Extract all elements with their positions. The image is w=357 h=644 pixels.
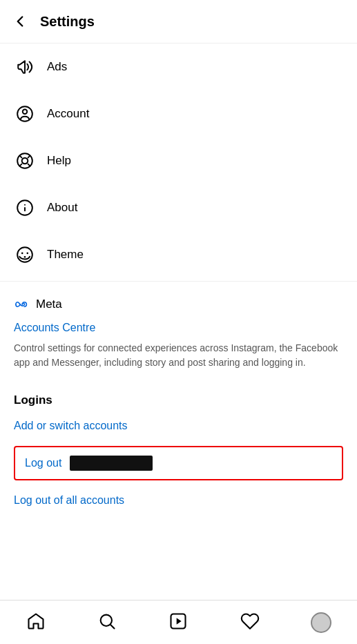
play-square-icon	[168, 612, 188, 634]
home-icon	[26, 612, 46, 634]
theme-label: Theme	[47, 248, 84, 262]
svg-marker-18	[177, 618, 182, 624]
logout-row: Log out	[14, 446, 343, 480]
page-title: Settings	[40, 14, 95, 30]
nav-profile[interactable]	[304, 605, 338, 640]
meta-logo: Meta	[14, 295, 343, 313]
meta-wordmark: Meta	[36, 297, 62, 311]
menu-item-theme[interactable]: Theme	[0, 231, 357, 278]
svg-point-3	[22, 158, 28, 164]
svg-line-6	[28, 155, 30, 157]
svg-point-11	[17, 247, 32, 262]
lifebuoy-icon	[14, 150, 36, 172]
logins-section: Logins Add or switch accounts Log out Lo…	[0, 377, 357, 527]
info-circle-icon	[14, 197, 36, 219]
help-label: Help	[47, 154, 71, 168]
svg-line-16	[110, 625, 114, 628]
back-button[interactable]	[11, 10, 35, 33]
redacted-username	[70, 456, 153, 471]
logout-all-link[interactable]: Log out of all accounts	[14, 494, 343, 507]
svg-point-1	[23, 110, 28, 115]
megaphone-icon	[14, 56, 36, 78]
svg-point-14	[24, 256, 26, 258]
meta-section: Meta Accounts Centre Control settings fo…	[0, 281, 357, 377]
ads-label: Ads	[47, 60, 67, 74]
svg-point-12	[21, 253, 23, 255]
logout-label[interactable]: Log out	[25, 457, 61, 469]
nav-reels[interactable]	[161, 605, 195, 640]
menu-item-about[interactable]: About	[0, 184, 357, 231]
palette-icon	[14, 244, 36, 266]
bottom-nav	[0, 600, 357, 644]
account-label: Account	[47, 107, 89, 121]
accounts-centre-link[interactable]: Accounts Centre	[14, 322, 343, 334]
heart-icon	[240, 612, 260, 634]
menu-item-help[interactable]: Help	[0, 137, 357, 184]
logins-title: Logins	[14, 393, 343, 407]
accounts-centre-description: Control settings for connected experienc…	[14, 341, 343, 370]
about-label: About	[47, 201, 77, 215]
svg-line-4	[19, 155, 21, 157]
svg-point-13	[26, 253, 28, 255]
menu-item-account[interactable]: Account	[0, 90, 357, 137]
menu-item-ads[interactable]: Ads	[0, 43, 357, 90]
nav-home[interactable]	[19, 605, 53, 640]
person-circle-icon	[14, 103, 36, 125]
add-switch-accounts-link[interactable]: Add or switch accounts	[14, 420, 343, 432]
meta-logo-icon	[14, 295, 32, 313]
svg-line-7	[19, 164, 21, 166]
search-icon	[97, 612, 117, 634]
nav-search[interactable]	[90, 605, 124, 640]
header: Settings	[0, 0, 357, 43]
svg-line-5	[28, 164, 30, 166]
nav-likes[interactable]	[233, 605, 267, 640]
profile-avatar	[311, 612, 331, 633]
